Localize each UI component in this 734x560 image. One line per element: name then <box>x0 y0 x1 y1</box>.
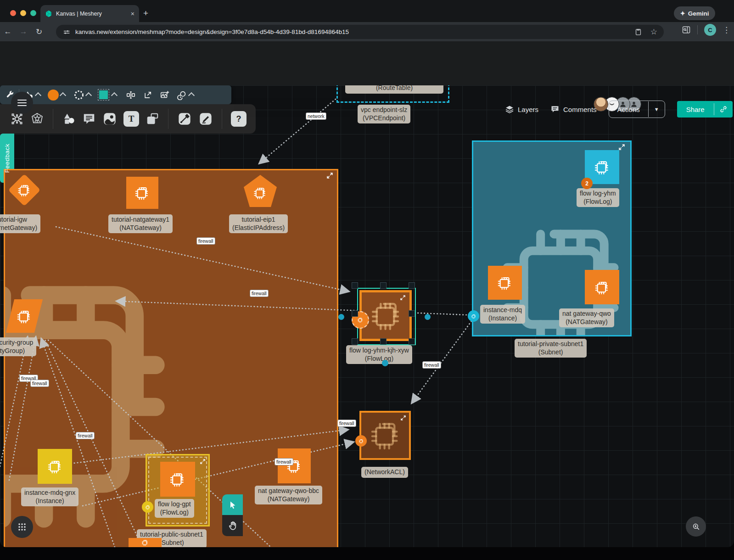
component-mesh-icon[interactable] <box>10 112 24 126</box>
browser-menu-icon[interactable]: ⋮ <box>723 25 730 35</box>
node-instance-mdq[interactable] <box>488 266 522 300</box>
resize-handle[interactable] <box>409 338 415 345</box>
node-natgateway-qwo-bbc[interactable] <box>278 448 311 483</box>
layers-button[interactable]: Layers <box>505 105 538 114</box>
node-label-flowlog-yhm[interactable]: flow log-yhm(FlowLog) <box>577 188 619 207</box>
media-tool-icon[interactable] <box>102 112 117 126</box>
resize-handle[interactable] <box>380 282 387 289</box>
reload-icon[interactable]: ↻ <box>31 27 47 37</box>
node-label-natgateway1[interactable]: tutorial-natgateway1(NATGateway) <box>108 214 173 233</box>
add-image-button[interactable] <box>160 90 170 100</box>
node-label-natgateway-qwo-bbc[interactable]: nat gateway-qwo-bbc(NATGateway) <box>255 486 322 504</box>
vpc-expand-icon[interactable] <box>327 173 333 179</box>
comment-tool-icon[interactable] <box>82 112 96 126</box>
group-expand-icon[interactable] <box>200 459 205 464</box>
gemini-button[interactable]: ✦ Gemini <box>674 6 715 20</box>
node-label-natgateway-qwo[interactable]: nat gateway-qwo(NATGateway) <box>559 308 614 327</box>
node-label-instance-mdq-gnx[interactable]: instance-mdq-gnx(Instance) <box>21 487 78 506</box>
node-label-vpc-endpoint[interactable]: vpc endpoint-slz(VPCEndpoint) <box>358 105 410 123</box>
connection-dot[interactable] <box>382 360 388 366</box>
node-label-security-group[interactable]: tutorial-security-group(SecurityGroup) <box>0 337 36 356</box>
address-bar[interactable]: kanvas.new/extension/meshmap?mode=design… <box>56 25 664 39</box>
canvas-menu-button[interactable] <box>11 92 33 114</box>
select-tool-button[interactable] <box>222 494 243 515</box>
appearance-lens-button[interactable] <box>177 90 194 100</box>
node-label-networkacl[interactable]: (NetworkACL) <box>361 467 408 478</box>
zoom-button[interactable] <box>686 516 706 537</box>
node-label-flowlog-gpt[interactable]: flow log-gpt(FlowLog) <box>155 499 194 518</box>
site-info-icon[interactable] <box>62 28 71 36</box>
chevron-up-icon[interactable] <box>60 92 66 99</box>
resize-handle[interactable] <box>352 338 358 345</box>
chevron-up-icon[interactable] <box>111 92 118 99</box>
shapes-tool-icon[interactable] <box>62 112 76 126</box>
share-link-icon[interactable] <box>719 105 728 113</box>
node-clipped-bottom[interactable] <box>129 538 162 547</box>
canvas-top-toolbar: Layers Comments Actions ▼ Share <box>505 100 733 118</box>
forward-icon[interactable]: → <box>16 27 31 36</box>
window-minimize-button[interactable] <box>20 10 26 16</box>
node-label-eip1[interactable]: tutorial-eip1(ElasticIPAddress) <box>229 214 288 233</box>
kubernetes-tool-icon[interactable] <box>30 112 44 126</box>
flowlog-count-badge: 2 <box>581 178 593 189</box>
apps-grid-button[interactable] <box>11 516 33 538</box>
border-style-button[interactable] <box>73 90 91 101</box>
save-icon[interactable] <box>634 28 642 36</box>
actions-dropdown-icon[interactable]: ▼ <box>649 106 665 112</box>
rename-button[interactable] <box>126 90 136 100</box>
line-draw-tool-icon[interactable] <box>177 112 192 126</box>
open-in-new-button[interactable] <box>143 90 152 100</box>
share-button[interactable]: Share <box>677 101 733 118</box>
tab-close-icon[interactable]: × <box>131 10 134 17</box>
resize-handle[interactable] <box>409 310 415 317</box>
resize-handle[interactable] <box>380 338 387 345</box>
pan-tool-button[interactable] <box>222 515 243 536</box>
node-label-routetable[interactable]: (RouteTable) <box>345 85 443 94</box>
chevron-up-icon[interactable] <box>85 92 92 99</box>
window-close-button[interactable] <box>10 10 16 16</box>
node-internet-gateway[interactable] <box>11 176 38 204</box>
node-expand-icon[interactable] <box>400 295 405 300</box>
connection-dot[interactable] <box>338 314 344 320</box>
browser-profile-avatar[interactable]: C <box>704 24 716 36</box>
resize-handle[interactable] <box>409 282 415 289</box>
help-button[interactable]: ? <box>231 111 247 127</box>
node-label-instance-mdq[interactable]: instance-mdq(Instance) <box>480 305 525 324</box>
node-natgateway1[interactable] <box>126 177 158 209</box>
text-tool-icon[interactable]: T <box>123 111 139 127</box>
new-tab-button[interactable]: + <box>143 9 148 17</box>
edge-label-firewall: firewall <box>196 237 215 245</box>
resize-handle[interactable] <box>352 282 358 289</box>
resize-handle[interactable] <box>352 310 358 317</box>
subnet-anchor-badge[interactable] <box>468 310 479 322</box>
fill-color-button[interactable] <box>48 90 65 101</box>
actions-button[interactable]: Actions ▼ <box>609 101 665 118</box>
bookmark-star-icon[interactable]: ☆ <box>650 27 657 37</box>
chevron-up-icon[interactable] <box>35 92 41 99</box>
node-natgateway-qwo[interactable] <box>585 270 619 304</box>
comments-button[interactable]: Comments <box>550 105 597 114</box>
node-flowlog-gpt[interactable] <box>160 462 195 497</box>
freehand-draw-tool-icon[interactable] <box>198 112 213 126</box>
node-networkacl[interactable] <box>359 411 411 460</box>
flowlog-gpt-anchor-badge[interactable] <box>142 501 153 513</box>
browser-tab[interactable]: Kanvas | Meshery × <box>40 5 139 22</box>
node-label-flowlog-selected[interactable]: flow log-yhm-kjh-xyw(FlowLog) <box>346 345 412 364</box>
node-label-igw[interactable]: tutorial-igw(InternetGateway) <box>0 214 40 233</box>
window-zoom-button[interactable] <box>30 10 36 16</box>
networkacl-anchor-badge[interactable] <box>355 435 367 447</box>
node-expand-icon[interactable] <box>401 415 406 420</box>
subnet-expand-icon[interactable] <box>619 144 625 150</box>
design-canvas[interactable]: (RouteTable) vpc endpoint-slz(VPCEndpoin… <box>0 85 734 547</box>
side-panel-search-icon[interactable] <box>682 25 691 34</box>
back-icon[interactable]: ← <box>0 27 16 36</box>
ch evron-up-icon[interactable] <box>188 92 195 99</box>
note-tool-icon[interactable] <box>146 112 159 126</box>
comments-icon <box>550 105 560 114</box>
connection-dot[interactable] <box>425 314 431 320</box>
node-instance-mdq-gnx[interactable] <box>38 449 72 484</box>
node-label-private-subnet[interactable]: tutorial-private-subnet1(Subnet) <box>515 339 587 358</box>
node-security-group[interactable] <box>8 299 42 333</box>
shape-color-button[interactable] <box>99 90 117 99</box>
chip-icon <box>168 470 187 488</box>
